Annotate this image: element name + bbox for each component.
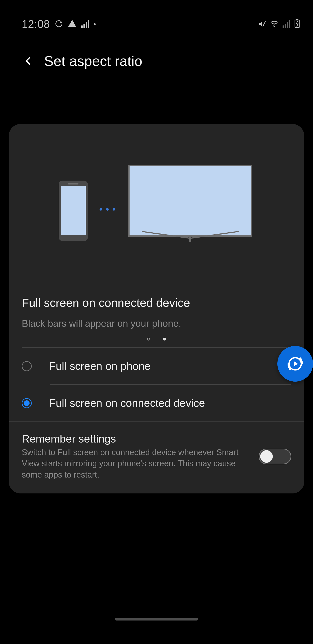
toggle-knob (260, 450, 273, 463)
chevron-left-icon (23, 54, 33, 68)
radio-checked-icon (22, 398, 32, 408)
signal-primary-icon (81, 20, 89, 28)
smart-view-icon (285, 353, 306, 374)
page-indicator (9, 338, 304, 340)
svg-line-0 (263, 21, 265, 26)
status-bar-left: 12:08 (22, 18, 96, 30)
page-dot (147, 338, 150, 340)
option-full-screen-phone[interactable]: Full screen on phone (9, 348, 304, 384)
option-label: Full screen on connected device (49, 397, 205, 410)
option-full-screen-connected-device[interactable]: Full screen on connected device (9, 385, 304, 422)
back-button[interactable] (21, 53, 36, 68)
preview-description: Full screen on connected device Black ba… (9, 268, 304, 329)
clock: 12:08 (22, 18, 50, 30)
wifi-icon (270, 18, 279, 30)
sync-icon (55, 18, 63, 30)
cast-dots-icon (100, 208, 115, 210)
phone-graphic (59, 180, 88, 241)
option-label: Full screen on phone (49, 360, 151, 372)
smart-view-fab[interactable] (277, 346, 313, 382)
status-bar: 12:08 (0, 0, 313, 33)
status-bar-right (258, 18, 300, 30)
remember-settings-title: Remember settings (22, 432, 250, 445)
tv-graphic (128, 165, 252, 246)
remember-settings-description: Switch to Full screen on connected devic… (22, 447, 250, 480)
preview-headline: Full screen on connected device (22, 296, 291, 310)
radio-unchecked-icon (22, 361, 32, 371)
svg-point-1 (274, 26, 275, 27)
page-title: Set aspect ratio (44, 53, 142, 69)
svg-marker-4 (294, 361, 298, 366)
gesture-handle[interactable] (115, 618, 198, 620)
battery-charging-icon (294, 18, 300, 30)
remember-settings-toggle[interactable] (259, 448, 291, 464)
warning-icon (68, 18, 76, 30)
mute-icon (258, 18, 266, 30)
settings-card: Full screen on connected device Black ba… (9, 124, 304, 494)
svg-rect-3 (296, 19, 298, 20)
signal-secondary-icon (283, 20, 291, 28)
status-separator-dot (94, 23, 96, 25)
preview-subline: Black bars will appear on your phone. (22, 318, 291, 329)
app-header: Set aspect ratio (0, 33, 313, 89)
page-dot-active (163, 338, 166, 340)
remember-settings-row[interactable]: Remember settings Switch to Full screen … (9, 422, 304, 480)
aspect-ratio-illustration[interactable] (9, 124, 304, 268)
